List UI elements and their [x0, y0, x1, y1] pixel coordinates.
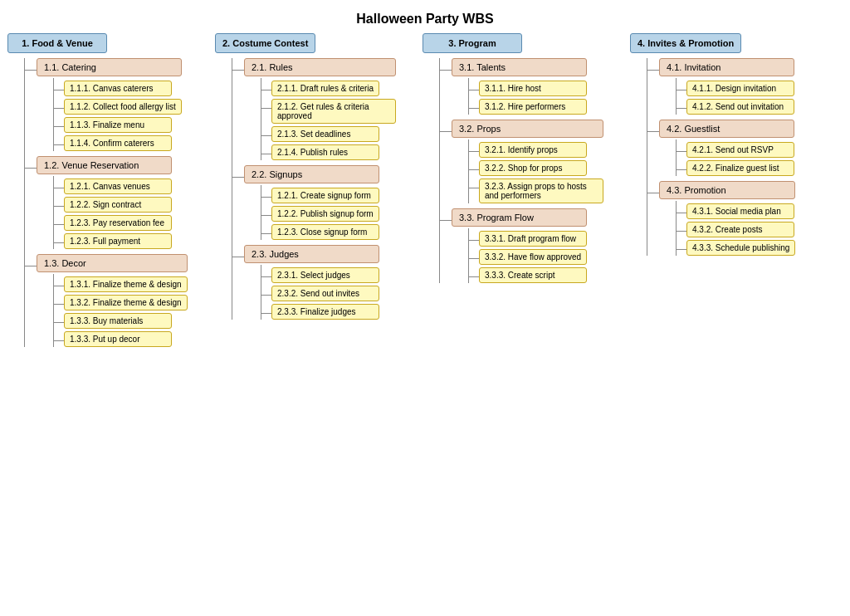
- l2-node-2-1-4: 2.1.4. Publish rules: [271, 144, 379, 160]
- l2-node-2-1-3: 2.1.3. Set deadlines: [271, 126, 379, 142]
- l2-node-4-3-3: 4.3.3. Schedule publishing: [686, 240, 795, 256]
- l2-node-1-3-2: 1.3.2. Finalize theme & design: [64, 295, 188, 310]
- l1-node-2-2: 2.2. Signups: [244, 165, 379, 183]
- l1-node-2-3: 2.3. Judges: [244, 245, 379, 263]
- l1-node-3-1: 3.1. Talents: [452, 58, 587, 76]
- l2-node-4-2-2: 4.2.2. Finalize guest list: [686, 160, 794, 176]
- l2-node-3-3-3: 3.3.3. Create script: [479, 267, 587, 283]
- l2-node-1-3-1: 1.3.1. Finalize theme & design: [64, 276, 188, 292]
- column-2: 2. Costume Contest2.1. Rules2.1.1. Draft…: [212, 33, 419, 347]
- column-4: 4. Invites & Promotion4.1. Invitation4.1…: [627, 33, 834, 347]
- l2-node-1-3-3: 1.3.3. Buy materials: [64, 313, 172, 329]
- l2-node-4-2-1: 4.2.1. Send out RSVP: [686, 142, 794, 158]
- page: Halloween Party WBS 1. Food & Venue1.1. …: [0, 0, 850, 616]
- l2-node-2-3-3: 2.3.3. Finalize judges: [271, 304, 379, 320]
- l2-node-4-1-2: 4.1.2. Send out invitation: [686, 99, 794, 115]
- l1-node-1-3: 1.3. Decor: [37, 254, 188, 272]
- l2-node-2-1-1: 2.1.1. Draft rules & criteria: [271, 81, 379, 96]
- root-node-3: 3. Program: [423, 33, 522, 53]
- l2-node-4-3-1: 4.3.1. Social media plan: [686, 203, 794, 219]
- l2-node-4-3-2: 4.3.2. Create posts: [686, 222, 794, 237]
- l2-node-1-1-3: 1.1.3. Finalize menu: [64, 117, 172, 133]
- l2-node-4-1-1: 4.1.1. Design invitation: [686, 81, 794, 96]
- l2-node-1-2-3: 1.2.3. Pay reservation fee: [64, 215, 172, 231]
- l2-node-1-1-2: 1.1.2. Collect food allergy list: [64, 99, 182, 115]
- l2-node-2-1-2: 2.1.2. Get rules & criteria approved: [271, 99, 396, 124]
- l1-node-3-3: 3.3. Program Flow: [452, 208, 587, 227]
- l1-node-1-1: 1.1. Catering: [37, 58, 182, 76]
- l2-node-2-2-2: 1.2.2. Publish signup form: [271, 206, 379, 222]
- l2-node-3-3-2: 3.3.2. Have flow approved: [479, 249, 587, 265]
- root-node-1: 1. Food & Venue: [7, 33, 107, 53]
- l2-node-2-2-3: 1.2.3. Close signup form: [271, 224, 379, 240]
- l2-node-3-3-1: 3.3.1. Draft program flow: [479, 231, 587, 247]
- root-node-2: 2. Costume Contest: [215, 33, 315, 53]
- l2-node-2-3-2: 2.3.2. Send out invites: [271, 286, 379, 301]
- page-title: Halloween Party WBS: [0, 0, 850, 33]
- column-3: 3. Program3.1. Talents3.1.1. Hire host3.…: [419, 33, 627, 347]
- l2-node-2-2-1: 1.2.1. Create signup form: [271, 188, 379, 203]
- l1-node-1-2: 1.2. Venue Reservation: [37, 156, 172, 174]
- column-1: 1. Food & Venue1.1. Catering1.1.1. Canva…: [4, 33, 212, 347]
- l1-node-3-2: 3.2. Props: [452, 120, 603, 138]
- root-node-4: 4. Invites & Promotion: [630, 33, 741, 53]
- l2-node-1-1-4: 1.1.4. Confirm caterers: [64, 135, 172, 151]
- l2-node-3-2-2: 3.2.2. Shop for props: [479, 160, 587, 176]
- l2-node-1-2-2: 1.2.2. Sign contract: [64, 197, 172, 213]
- l2-node-1-2-4: 1.2.3. Full payment: [64, 233, 172, 249]
- l2-node-1-1-1: 1.1.1. Canvas caterers: [64, 81, 172, 96]
- l2-node-3-2-1: 3.2.1. Identify props: [479, 142, 587, 158]
- l2-node-1-3-4: 1.3.3. Put up decor: [64, 331, 172, 347]
- l1-node-2-1: 2.1. Rules: [244, 58, 396, 76]
- l1-node-4-2: 4.2. Guestlist: [659, 120, 794, 138]
- l2-node-2-3-1: 2.3.1. Select judges: [271, 267, 379, 283]
- l2-node-1-2-1: 1.2.1. Canvas venues: [64, 178, 172, 194]
- l2-node-3-1-1: 3.1.1. Hire host: [479, 81, 587, 96]
- l2-node-3-2-3: 3.2.3. Assign props to hosts and perform…: [479, 178, 603, 203]
- l1-node-4-3: 4.3. Promotion: [659, 181, 795, 199]
- l1-node-4-1: 4.1. Invitation: [659, 58, 794, 76]
- l2-node-3-1-2: 3.1.2. Hire performers: [479, 99, 587, 115]
- wbs-diagram: 1. Food & Venue1.1. Catering1.1.1. Canva…: [0, 33, 850, 355]
